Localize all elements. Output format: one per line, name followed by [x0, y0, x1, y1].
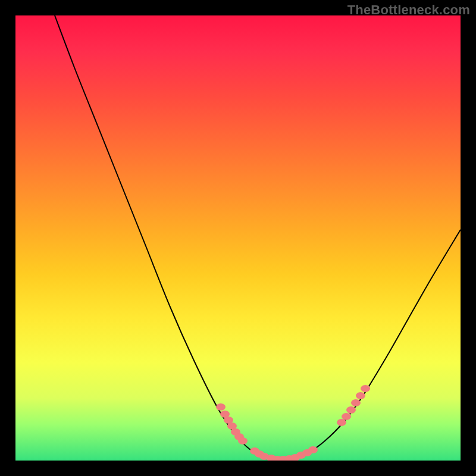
- data-points-group: [216, 385, 370, 461]
- chart-frame: [15, 15, 461, 461]
- data-point: [216, 403, 226, 411]
- data-point: [337, 419, 346, 426]
- watermark-text: TheBottleneck.com: [347, 2, 470, 18]
- data-point: [346, 406, 356, 414]
- data-point: [361, 385, 370, 392]
- data-point: [356, 392, 365, 399]
- data-point: [342, 413, 351, 420]
- data-point: [308, 446, 318, 453]
- data-point: [238, 437, 248, 444]
- data-point: [351, 399, 361, 406]
- bottleneck-curve: [55, 15, 461, 459]
- chart-svg: [15, 15, 461, 461]
